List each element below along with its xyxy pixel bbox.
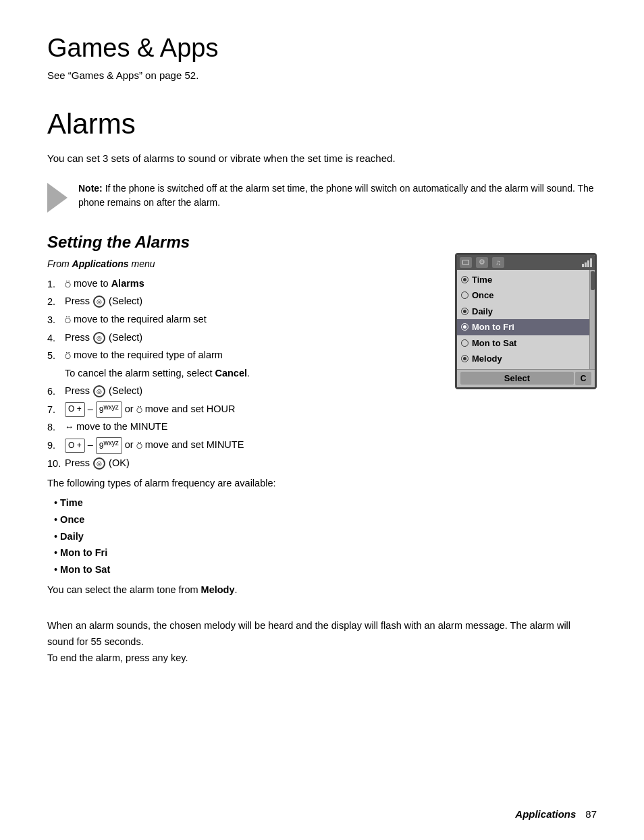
step-5b: To cancel the alarm setting, select Canc…: [47, 366, 435, 382]
step-num-9: 9.: [47, 437, 65, 454]
setting-section: Setting the Alarms From Applications men…: [47, 233, 597, 598]
step-content-5b: To cancel the alarm setting, select Canc…: [65, 366, 435, 382]
footer-page-num: 87: [585, 808, 597, 820]
menu-item-melody: Melody: [457, 351, 589, 367]
step-9: 9. O + – 9wxyz or ⍥ move and set MINUTE: [47, 437, 435, 454]
setting-title: Setting the Alarms: [47, 233, 435, 252]
steps-list: 1. ⍥ move to Alarms 2. Press ◎ (Select) …: [47, 276, 435, 472]
joystick-icon-3: ⍥: [65, 312, 71, 329]
menu-label-mon-sat: Mon to Sat: [472, 337, 516, 350]
freq-item-mon-sat: Mon to Sat: [54, 561, 435, 578]
joystick-icon-9: ⍥: [136, 437, 142, 454]
signal-bars-icon: [582, 258, 592, 267]
menu-item-mon-sat: Mon to Sat: [457, 335, 589, 352]
scrollbar-thumb: [591, 271, 595, 290]
phone-menu: Time Once Daily Mon to Fri: [457, 270, 589, 369]
ok-icon: ◎: [93, 457, 105, 470]
closing-text: When an alarm sounds, the chosen melody …: [47, 618, 597, 667]
note-arrow-icon: [47, 183, 68, 213]
step-content-2: Press ◎ (Select): [65, 293, 435, 310]
step-num-6: 6.: [47, 383, 65, 400]
games-apps-subtitle: See “Games & Apps” on page 52.: [47, 69, 597, 81]
step-content-6: Press ◎ (Select): [65, 383, 435, 399]
left-right-icon: ↔: [65, 422, 74, 432]
step-1: 1. ⍥ move to Alarms: [47, 276, 435, 293]
step-num-1: 1.: [47, 276, 65, 293]
footer-app-name: Applications: [515, 808, 576, 820]
step-num-10: 10.: [47, 455, 65, 472]
step-num-5: 5.: [47, 347, 65, 364]
setting-text-block: Setting the Alarms From Applications men…: [47, 233, 435, 598]
radio-time: [461, 276, 468, 283]
step-8: 8. ↔ move to the MINUTE: [47, 419, 435, 436]
page-footer: Applications 87: [515, 808, 597, 820]
step-content-7: O + – 9wxyz or ⍥ move and set HOUR: [65, 401, 435, 418]
menu-label-mon-fri: Mon to Fri: [472, 320, 514, 334]
select-icon-4: ◎: [93, 332, 105, 344]
step-content-1: ⍥ move to Alarms: [65, 276, 435, 293]
key-9-icon-9: 9wxyz: [96, 437, 122, 454]
menu-label-melody: Melody: [472, 352, 502, 366]
status-icon-2: ⚙: [476, 257, 488, 268]
step-num-7: 7.: [47, 401, 65, 418]
step-num-3: 3.: [47, 312, 65, 329]
joystick-icon-7: ⍥: [136, 401, 142, 418]
menu-label-daily: Daily: [472, 305, 493, 318]
phone-mockup: ⚙ ♫ T: [455, 253, 597, 389]
radio-mon-fri: [461, 323, 468, 331]
step-num-8: 8.: [47, 419, 65, 436]
step-num-4: 4.: [47, 330, 65, 347]
step-content-3: ⍥ move to the required alarm set: [65, 312, 435, 329]
joystick-icon-1: ⍥: [65, 276, 71, 293]
step-6: 6. Press ◎ (Select): [47, 383, 435, 400]
softkey-c[interactable]: C: [575, 372, 591, 385]
menu-item-once: Once: [457, 287, 589, 304]
freq-list: Time Once Daily Mon to Fri Mon to Sat: [54, 495, 435, 578]
radio-once: [461, 291, 468, 299]
alarms-title: Alarms: [47, 108, 597, 140]
step-content-9: O + – 9wxyz or ⍥ move and set MINUTE: [65, 437, 435, 454]
radio-mon-sat: [461, 339, 468, 347]
key-o-icon: O +: [65, 402, 85, 417]
step-content-10: Press ◎ (OK): [65, 455, 435, 472]
step-7: 7. O + – 9wxyz or ⍥ move and set HOUR: [47, 401, 435, 418]
status-icon-1: [460, 257, 472, 268]
menu-item-daily: Daily: [457, 304, 589, 320]
step-content-8: ↔ move to the MINUTE: [65, 419, 435, 435]
step-4: 4. Press ◎ (Select): [47, 330, 435, 347]
phone-scrollbar: [589, 270, 595, 369]
key-9-icon: 9wxyz: [96, 401, 122, 418]
status-icon-3: ♫: [492, 257, 504, 268]
phone-status-bar: ⚙ ♫: [457, 255, 595, 270]
menu-label-time: Time: [472, 273, 492, 287]
menu-item-time: Time: [457, 272, 589, 288]
menu-item-mon-fri: Mon to Fri: [457, 319, 589, 335]
melody-note: You can select the alarm tone from Melod…: [47, 582, 435, 598]
note-box: Note: If the phone is switched off at th…: [47, 181, 597, 213]
phone-screen: ⚙ ♫ T: [455, 253, 597, 389]
step-content-5: ⍥ move to the required type of alarm: [65, 347, 435, 364]
phone-menu-area: Time Once Daily Mon to Fri: [457, 270, 595, 369]
from-apps-label: From Applications menu: [47, 258, 435, 269]
freq-intro: The following types of alarm frequency a…: [47, 476, 435, 492]
note-label: Note:: [78, 183, 103, 194]
games-apps-title: Games & Apps: [47, 34, 597, 63]
select-icon-2: ◎: [93, 296, 105, 308]
alarms-intro: You can set 3 sets of alarms to sound or…: [47, 151, 597, 167]
step-10: 10. Press ◎ (OK): [47, 455, 435, 472]
step-3: 3. ⍥ move to the required alarm set: [47, 312, 435, 329]
step-2: 2. Press ◎ (Select): [47, 293, 435, 310]
joystick-icon-5: ⍥: [65, 347, 71, 364]
freq-item-mon-fri: Mon to Fri: [54, 544, 435, 561]
freq-item-once: Once: [54, 511, 435, 528]
radio-daily: [461, 308, 468, 315]
phone-softkeys: Select C: [457, 369, 595, 387]
radio-melody: [461, 355, 468, 362]
step-content-4: Press ◎ (Select): [65, 330, 435, 346]
freq-item-time: Time: [54, 495, 435, 511]
menu-label-once: Once: [472, 289, 494, 302]
key-o-icon-9: O +: [65, 439, 85, 453]
note-body: If the phone is switched off at the alar…: [78, 183, 594, 208]
step-num-2: 2.: [47, 293, 65, 310]
softkey-select[interactable]: Select: [460, 372, 574, 385]
